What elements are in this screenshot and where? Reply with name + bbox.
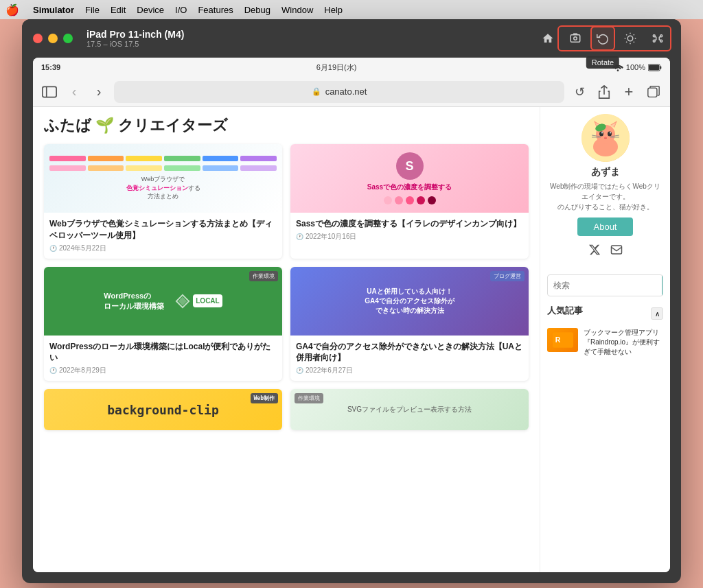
status-indicators: 100% [612,63,662,71]
color-strip-8 [88,165,124,171]
card-4[interactable]: ブログ運営 UAと併用している人向け！GA4で自分のアクセス除外ができない時の解… [290,267,529,381]
card-1-body: Webブラウザで色覚シミュレーションする方法まとめ【ディベロッパーツール使用】 … [44,213,282,259]
card-3-date: 2022年8月29日 [49,366,277,375]
simulator-toolbar: Rotate [535,26,670,51]
sidebar-name: あずま [591,166,620,178]
website-main: ふたば 🌱 クリエイターズ [33,107,540,572]
website-content: ふたば 🌱 クリエイターズ [33,107,670,572]
wp-text: WordPressのローカル環境構築 [104,291,164,311]
menubar-help[interactable]: Help [324,5,343,15]
menubar-window[interactable]: Window [281,5,313,15]
card-2-thumb: S Sassで色の濃度を調整する [290,144,529,213]
card-5[interactable]: Web制作 background-clip [44,389,282,430]
forward-button[interactable]: › [89,82,108,102]
card-2-title: Sassで色の濃度を調整する【イラレのデザインカンプ向け】 [296,218,523,230]
color-strip-12 [240,165,277,171]
circle-4 [417,196,425,204]
card-3[interactable]: 作業環境 WordPressのローカル環境構築 LOCAL [44,267,282,381]
tabs-button[interactable] [644,82,663,102]
sidebar-bio: Web制作の現場ではたらくWebクリエイターです。のんびりすること、猫が好き。 [547,181,663,212]
search-input[interactable] [548,277,662,294]
about-button[interactable]: About [577,217,634,236]
card-6[interactable]: 作業環境 SVGファイルをプレビュー表示する方法 [290,389,529,430]
svg-point-29 [601,132,603,134]
card-1-thumb-text: Webブラウザで色覚シミュレーションする方法まとめ [126,175,200,201]
maximize-button[interactable] [63,34,73,43]
menubar-debug[interactable]: Debug [244,5,270,15]
raindrop-logo: R [553,331,573,349]
menubar-simulator[interactable]: Simulator [33,5,74,15]
device-name: iPad Pro 11-inch (M4) [87,29,184,40]
cards-grid: Webブラウザで色覚シミュレーションする方法まとめ Webブラウザで色覚シミュレ… [44,144,529,381]
menubar: 🍎 Simulator File Edit Device I/O Feature… [0,0,703,19]
minimize-button[interactable] [48,34,58,43]
card-4-title: GA4で自分のアクセス除外ができないときの解決方法【UAと併用者向け】 [296,341,523,364]
popular-header: 人気記事 ∧ [547,305,663,322]
color-strip-1 [49,156,86,161]
menubar-features[interactable]: Features [198,5,233,15]
add-tab-button[interactable]: + [619,82,638,102]
circle-3 [406,196,414,204]
card-1-date: 2024年5月22日 [49,244,277,253]
screenshot-button[interactable] [563,26,588,51]
menubar-io[interactable]: I/O [175,5,187,15]
sidebar-search[interactable] [547,274,663,296]
svg-point-11 [617,69,619,71]
brightness-button[interactable] [618,26,643,51]
color-strips [49,156,277,161]
svg-line-10 [634,34,634,35]
menubar-device[interactable]: Device [137,5,164,15]
card-1[interactable]: Webブラウザで色覚シミュレーションする方法まとめ Webブラウザで色覚シミュレ… [44,144,282,259]
sass-text: Sassで色の濃度を調整する [367,183,452,192]
card-2-body: Sassで色の濃度を調整する【イラレのデザインカンプ向け】 2022年10月16… [290,213,529,247]
safari-bar: ‹ › 🔒 canato.net ↺ + [33,77,670,107]
traffic-lights [33,34,73,43]
svg-point-28 [608,132,612,137]
device-version: 17.5 – iOS 17.5 [87,40,184,48]
color-strips-2 [49,165,277,171]
battery-icon [648,64,662,71]
back-button[interactable]: ‹ [65,82,84,102]
popular-title: 人気記事 [547,305,583,317]
menubar-file[interactable]: File [85,5,100,15]
sidebar-social [586,242,625,258]
popular-text-1: ブックマーク管理アプリ『Raindrop.io』が便利すぎて手離せない [584,328,663,357]
card-4-body: GA4で自分のアクセス除外ができないときの解決方法【UAと併用者向け】 2022… [290,336,529,381]
cat-avatar [581,114,630,162]
sass-circles [384,196,436,204]
sidebar-profile: あずま Web制作の現場ではたらくWebクリエイターです。のんびりすること、猫が… [547,114,663,266]
menubar-edit[interactable]: Edit [111,5,126,15]
card-5-badge: Web制作 [251,393,278,403]
twitter-icon[interactable] [586,242,603,258]
svg-line-5 [626,34,627,35]
svg-rect-17 [648,88,657,97]
site-title: ふたば 🌱 クリエイターズ [44,115,529,136]
scroll-up-button[interactable]: ∧ [651,307,663,320]
card-1-title: Webブラウザで色覚シミュレーションする方法まとめ【ディベロッパーツール使用】 [49,218,277,242]
website-sidebar: あずま Web制作の現場ではたらくWebクリエイターです。のんびりすること、猫が… [540,107,670,572]
svg-rect-37 [611,246,621,254]
rotate-button[interactable]: Rotate [590,26,615,51]
home-button[interactable] [535,26,560,51]
cmd-button[interactable] [645,26,670,51]
card-6-text: SVGファイルをプレビュー表示する方法 [347,405,472,414]
svg-rect-0 [571,35,580,43]
card-2-date: 2022年10月16日 [296,232,523,242]
circle-5 [428,196,436,204]
card-2[interactable]: S Sassで色の濃度を調整する Sassで色の濃度を調整する [290,144,529,259]
close-button[interactable] [33,34,43,43]
share-button[interactable] [595,82,614,102]
simulator-window: iPad Pro 11-inch (M4) 17.5 – iOS 17.5 [22,19,681,583]
email-icon[interactable] [608,242,625,258]
color-strip-11 [203,165,239,171]
popular-item-1[interactable]: R ブックマーク管理アプリ『Raindrop.io』が便利すぎて手離せない [547,328,663,357]
rotate-tooltip: Rotate [586,56,619,69]
apple-icon[interactable]: 🍎 [5,3,19,16]
device-title: iPad Pro 11-inch (M4) 17.5 – iOS 17.5 [87,29,184,48]
reload-button[interactable]: ↺ [570,82,589,102]
bottom-cards: Web制作 background-clip 作業環境 SVGファイルをプレビュー… [44,389,529,430]
address-bar[interactable]: 🔒 canato.net [114,81,564,103]
svg-point-27 [599,132,603,137]
search-button[interactable] [662,275,663,296]
sidebar-toggle-button[interactable] [40,82,59,102]
